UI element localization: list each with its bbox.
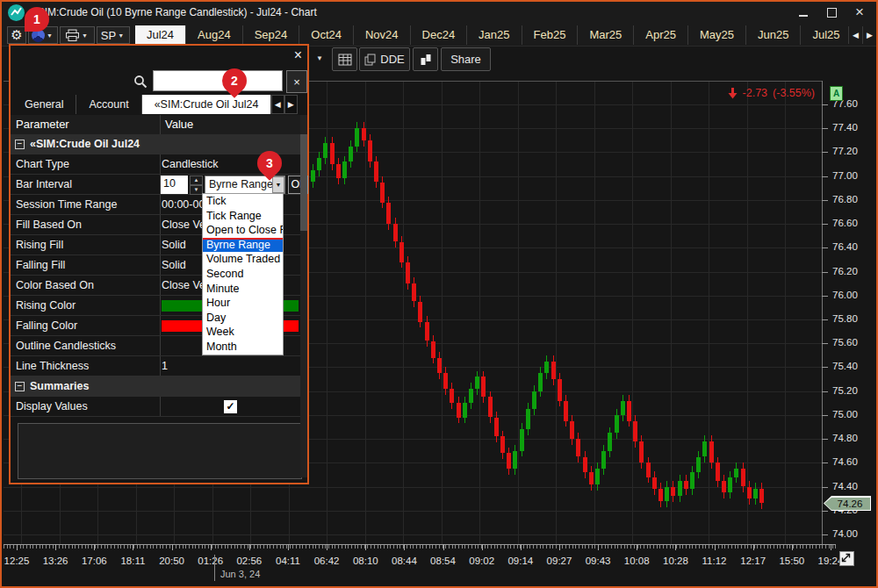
contract-tab-nov24[interactable]: Nov24 [354, 25, 411, 45]
spinner-down-button[interactable]: ▼ [190, 185, 203, 195]
price-tick-label: 75.60 [832, 337, 858, 348]
price-tick-label: 75.00 [832, 409, 858, 419]
column-divider [160, 316, 161, 335]
bar-interval-input[interactable]: 10 [161, 176, 188, 194]
contract-tab-jul25[interactable]: Jul25 [801, 25, 848, 45]
price-tick-label: 76.20 [832, 266, 858, 276]
search-input[interactable] [153, 70, 283, 91]
contract-tab-jul24[interactable]: Jul24 [135, 25, 186, 45]
panel-tab-account[interactable]: Account [76, 95, 141, 114]
candle-body [741, 469, 745, 486]
collapse-icon[interactable]: − [15, 140, 25, 149]
tabs-scroll-left-button[interactable]: ◀ [848, 26, 862, 44]
price-tick-label: 74.00 [832, 528, 858, 539]
candle-body [702, 441, 707, 457]
print-button[interactable]: ▼ [60, 26, 95, 44]
dropdown-item-hour[interactable]: Hour [203, 296, 283, 311]
bar-type-dropdown-list: TickTick RangeOpen to Close RangeByrne R… [202, 193, 284, 355]
panel-scrollbar[interactable] [300, 115, 307, 477]
dropdown-item-minute[interactable]: Minute [203, 282, 283, 297]
param-label: Outline Candlesticks [16, 340, 116, 352]
candle-body [759, 489, 764, 503]
column-divider [160, 255, 161, 275]
contract-tab-jun25[interactable]: Jun25 [746, 25, 801, 45]
chevron-down-icon: ▼ [82, 32, 88, 39]
param-row-line-thickness[interactable]: Line Thickness1 [11, 356, 307, 376]
candle-body [500, 436, 505, 453]
dropdown-item-second[interactable]: Second [203, 267, 283, 282]
dde-button[interactable]: DDE [359, 47, 410, 71]
time-tick [133, 544, 133, 550]
contract-tab-may25[interactable]: May25 [688, 25, 746, 45]
autoscale-badge[interactable]: A [830, 86, 843, 101]
contract-tab-apr25[interactable]: Apr25 [634, 25, 688, 45]
date-separator [214, 555, 215, 581]
price-tick-label: 75.40 [832, 361, 858, 371]
dropdown-item-volume-traded[interactable]: Volume Traded [203, 252, 283, 267]
panel-close-button[interactable]: × [294, 47, 302, 63]
settings-gear-button[interactable]: ⚙ [7, 26, 26, 44]
checkbox[interactable]: ✓ [224, 400, 237, 413]
chevron-down-icon: ▼ [47, 32, 53, 39]
candlestick-mode-button[interactable] [413, 47, 438, 71]
contract-tab-jan25[interactable]: Jan25 [467, 25, 522, 45]
candle-body [418, 302, 422, 322]
panel-tabs-right-button[interactable]: ▶ [284, 95, 298, 114]
tabs-scroll-right-button[interactable]: ▶ [862, 26, 876, 44]
candle-body [450, 389, 454, 403]
dropdown-item-open-to-close-range[interactable]: Open to Close Range [203, 223, 283, 238]
param-label: Falling Fill [16, 259, 65, 271]
price-tick [822, 439, 828, 440]
bar-interval-spinner[interactable]: ▲▼ [190, 176, 203, 194]
price-tick-label: 74.80 [832, 433, 858, 443]
minimize-button[interactable] [794, 4, 813, 21]
time-tick [637, 544, 637, 550]
candle-body [544, 362, 549, 374]
dropdown-item-week[interactable]: Week [203, 325, 283, 340]
candle-body [336, 164, 341, 178]
price-tick-label: 76.80 [832, 194, 858, 204]
spinner-up-button[interactable]: ▲ [190, 176, 203, 185]
contract-tab-mar25[interactable]: Mar25 [578, 25, 634, 45]
candle-body [469, 389, 473, 403]
contract-tab-feb25[interactable]: Feb25 [522, 25, 579, 45]
dropdown-item-month[interactable]: Month [203, 340, 283, 355]
dropdown-item-byrne-range[interactable]: Byrne Range [203, 238, 283, 253]
contract-tab-dec24[interactable]: Dec24 [411, 25, 468, 45]
dropdown-item-tick[interactable]: Tick [203, 194, 283, 209]
share-button[interactable]: Share [441, 47, 491, 71]
candle-body [513, 451, 517, 469]
v-gridline [709, 81, 709, 544]
price-tick [822, 296, 828, 297]
dropdown-item-day[interactable]: Day [203, 311, 283, 326]
panel-tabs-left-button[interactable]: ◀ [271, 95, 284, 114]
contract-tab-sep24[interactable]: Sep24 [243, 25, 300, 45]
dropdown-item-tick-range[interactable]: Tick Range [203, 209, 283, 224]
contract-tab-aug24[interactable]: Aug24 [186, 25, 243, 45]
candle-body [576, 439, 580, 456]
param-row-display-values[interactable]: Display Values✓ [11, 397, 307, 417]
toolbar-overflow-dropdown[interactable]: ▼ [311, 47, 328, 69]
price-tick [822, 487, 828, 488]
resize-handle[interactable] [839, 551, 854, 566]
data-table-button[interactable] [332, 47, 357, 71]
price-tick [822, 152, 828, 153]
search-clear-button[interactable]: × [286, 70, 307, 93]
panel-tab--sim-crude-oil-jul24[interactable]: «SIM:Crude Oil Jul24 [142, 95, 271, 114]
bar-type-select-arrow[interactable]: ▼ [272, 176, 284, 193]
contract-tab-oct24[interactable]: Oct24 [299, 25, 354, 45]
param-row-bar-interval[interactable]: Bar Interval10▲▼Byrne Range▼Ok [11, 175, 307, 195]
scrollbar-thumb[interactable] [300, 134, 307, 231]
sp-menu-button[interactable]: SP ▼ [97, 26, 130, 44]
time-tick [404, 544, 405, 550]
collapse-icon[interactable]: − [15, 382, 25, 391]
candle-body [678, 481, 682, 497]
column-divider [160, 336, 161, 355]
title-bar: «SIM:Crude Oil (10 Byrne Range Candlesti… [2, 2, 876, 25]
panel-tab-general[interactable]: General [12, 95, 76, 114]
close-window-button[interactable]: × [850, 4, 869, 21]
candle-body [393, 224, 398, 241]
param-label: Session Time Range [16, 198, 117, 211]
maximize-button[interactable] [822, 4, 841, 21]
candle-body [753, 489, 758, 498]
